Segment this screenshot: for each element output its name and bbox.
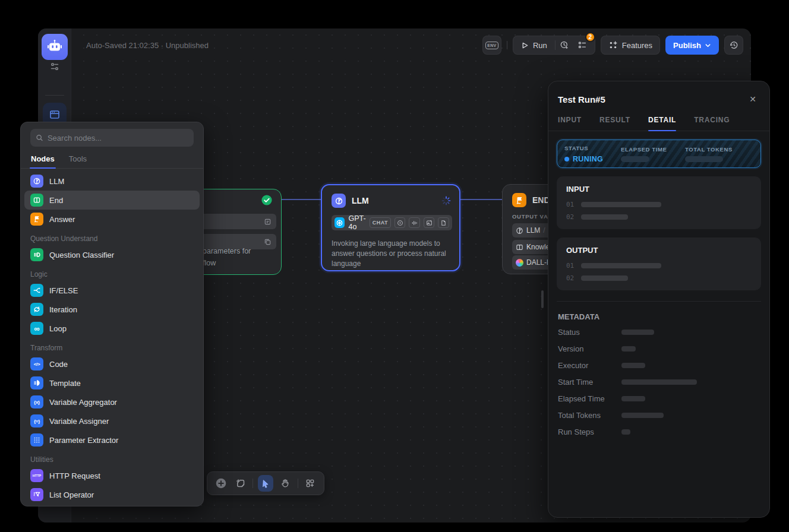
- sidebar-divider: [45, 95, 64, 96]
- pointer-mode-button[interactable]: [258, 475, 273, 492]
- run-panel-tabs: INPUT RESULT DETAIL TRACING: [548, 106, 769, 131]
- code-icon: </>: [30, 357, 43, 370]
- node-item-list-operator[interactable]: List Operator: [24, 485, 200, 504]
- env-button[interactable]: ENV: [482, 36, 501, 55]
- topbar-divider: [507, 41, 507, 49]
- output-card-title: OUTPUT: [566, 246, 752, 255]
- node-item-variable-assigner[interactable]: {=} Variable Assigner: [24, 411, 200, 430]
- tab-detail[interactable]: DETAIL: [648, 116, 676, 131]
- audio-icon: [409, 217, 420, 228]
- chevron-down-icon: [705, 42, 711, 49]
- infinity-icon: ∞: [30, 322, 43, 335]
- toolbar-divider: [298, 479, 298, 488]
- node-item-answer[interactable]: Answer: [24, 210, 200, 229]
- metadata-skeleton: [621, 429, 630, 435]
- node-group-header: Logic: [24, 264, 200, 281]
- list-filter-icon: [30, 488, 43, 501]
- search-input[interactable]: [48, 134, 188, 142]
- node-group-header: Transform: [24, 338, 200, 354]
- llm-circle-icon: [516, 227, 523, 235]
- run-panel-title: Test Run#5: [558, 94, 605, 104]
- tab-tools[interactable]: Tools: [69, 154, 87, 168]
- node-panel-tabs: Nodes Tools: [21, 147, 203, 169]
- publish-button-label: Publish: [673, 41, 701, 50]
- node-list: LLM End Answer Question Understand Quest…: [21, 169, 203, 506]
- model-selector[interactable]: GPT-4o CHAT: [332, 215, 452, 230]
- node-item-end[interactable]: End: [24, 191, 200, 210]
- elapsed-time-label: ELAPSED TIME: [621, 146, 679, 153]
- llm-node-description: Invoking large language models to answer…: [332, 239, 453, 269]
- run-button[interactable]: Run: [513, 36, 555, 54]
- running-dot-icon: [564, 157, 569, 162]
- status-card: STATUS RUNING ELAPSED TIME TOTAL TOKENS: [557, 140, 761, 168]
- close-icon[interactable]: ✕: [746, 92, 760, 106]
- toolbar-divider: [253, 479, 253, 488]
- node-item-loop[interactable]: ∞ Loop: [24, 319, 200, 338]
- llm-node[interactable]: LLM GPT-4o CHAT: [321, 184, 460, 271]
- edge-llm-end: [460, 199, 502, 200]
- panel-resize-handle[interactable]: [541, 290, 544, 308]
- branch-icon: [30, 284, 43, 297]
- tab-nodes[interactable]: Nodes: [31, 154, 55, 168]
- node-item-iteration[interactable]: Iteration: [24, 300, 200, 319]
- input-skeleton: [581, 202, 661, 207]
- metadata-skeleton: [621, 396, 645, 401]
- checklist-button[interactable]: 2: [573, 36, 591, 54]
- node-item-code[interactable]: </> Code: [24, 354, 200, 373]
- input-skeleton: [581, 214, 628, 220]
- add-node-icon: [215, 477, 227, 489]
- add-note-button[interactable]: [233, 475, 248, 492]
- hand-mode-button[interactable]: [278, 475, 293, 492]
- metadata-row: Executor: [557, 357, 761, 373]
- variable-assigner-icon: {=}: [30, 414, 43, 428]
- publish-button[interactable]: Publish: [665, 36, 719, 55]
- search-input-wrapper[interactable]: [30, 129, 194, 147]
- sliders-icon[interactable]: [50, 62, 59, 71]
- canvas-toolbar: [207, 471, 324, 495]
- node-item-variable-aggregator[interactable]: {x} Variable Aggregator: [24, 392, 200, 411]
- vision-icon: [394, 217, 406, 228]
- input-row: 01: [566, 201, 752, 208]
- history-button[interactable]: [724, 36, 743, 55]
- window-icon: [49, 109, 61, 121]
- tab-tracing[interactable]: TRACING: [694, 116, 730, 131]
- node-item-llm[interactable]: LLM: [24, 172, 200, 191]
- organize-button[interactable]: [303, 475, 318, 492]
- paragraph-field-icon: [264, 218, 272, 226]
- answer-flag-icon: [30, 213, 43, 226]
- node-item-ifelse[interactable]: IF/ELSE: [24, 281, 200, 300]
- check-circle-icon: [261, 194, 273, 206]
- add-node-button[interactable]: [213, 475, 228, 492]
- chat-mode-badge: CHAT: [370, 217, 391, 228]
- features-button-label: Features: [622, 41, 652, 50]
- output-skeleton: [581, 263, 661, 268]
- node-item-template[interactable]: Template: [24, 373, 200, 392]
- knowledge-book-icon: [516, 243, 523, 251]
- metadata-row: Version: [557, 340, 761, 357]
- node-item-question-classifier[interactable]: Question Classifier: [24, 245, 200, 264]
- robot-app-icon[interactable]: [42, 34, 68, 60]
- metadata-skeleton: [621, 330, 654, 335]
- node-item-http-request[interactable]: HTTP HTTP Request: [24, 466, 200, 485]
- play-icon: [521, 42, 529, 49]
- total-tokens-skeleton: [685, 156, 723, 162]
- question-classifier-icon: [30, 248, 43, 261]
- start-node-description: parameters for flow: [203, 245, 251, 269]
- elapsed-time-skeleton: [621, 156, 649, 162]
- schedule-button[interactable]: [556, 36, 573, 54]
- organize-icon: [305, 479, 315, 488]
- history-icon: [729, 40, 738, 50]
- output-skeleton: [581, 276, 628, 281]
- metadata-skeleton: [621, 363, 645, 368]
- node-item-parameter-extractor[interactable]: Parameter Extractor: [24, 430, 200, 449]
- total-tokens-label: TOTAL TOKENS: [685, 146, 733, 153]
- template-icon: [30, 376, 43, 390]
- input-card-title: INPUT: [566, 185, 752, 194]
- tab-result[interactable]: RESULT: [599, 116, 630, 131]
- node-group-header: Question Understand: [24, 229, 200, 245]
- metadata-title: METADATA: [557, 302, 761, 324]
- tab-input[interactable]: INPUT: [558, 116, 582, 131]
- document-icon: [438, 217, 449, 228]
- features-button[interactable]: Features: [601, 36, 660, 55]
- metadata-row: Status: [557, 324, 761, 340]
